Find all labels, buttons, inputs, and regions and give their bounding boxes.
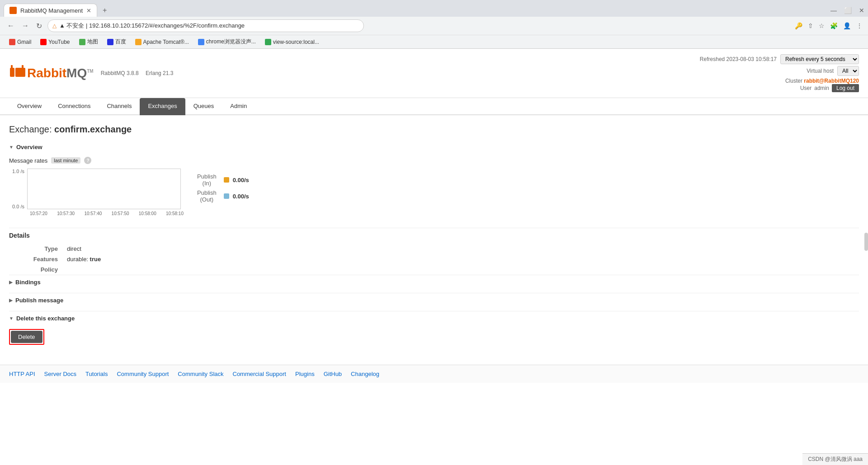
bookmark-chrome[interactable]: chrome浏览器没声... bbox=[194, 37, 259, 47]
overview-section: ▼ Overview Message rates last minute ? 1… bbox=[9, 142, 859, 221]
bookmark-source[interactable]: view-source:local... bbox=[261, 38, 323, 46]
delete-section: ▼ Delete this exchange Delete bbox=[9, 311, 859, 348]
delete-section-header[interactable]: ▼ Delete this exchange bbox=[9, 311, 859, 325]
address-input[interactable]: △ ▲ 不安全 | 192.168.10.120:15672/#/exchang… bbox=[47, 19, 364, 32]
footer-commercial-support[interactable]: Commercial Support bbox=[233, 371, 287, 377]
footer-server-docs[interactable]: Server Docs bbox=[44, 371, 77, 377]
forward-button[interactable]: → bbox=[20, 20, 31, 32]
details-title: Details bbox=[9, 228, 859, 239]
refresh-select[interactable]: Refresh every 5 seconds Refresh every 10… bbox=[780, 54, 859, 64]
address-text: ▲ 不安全 | 192.168.10.120:15672/#/exchanges… bbox=[59, 22, 245, 30]
footer-plugins[interactable]: Plugins bbox=[295, 371, 315, 377]
svg-rect-2 bbox=[15, 68, 25, 77]
footer-tutorials[interactable]: Tutorials bbox=[85, 371, 108, 377]
browser-action-icons: 🔑 ⇧ ☆ 🧩 👤 ⋮ bbox=[795, 22, 863, 29]
publish-out-color bbox=[224, 193, 229, 199]
nav-channels[interactable]: Channels bbox=[99, 98, 140, 115]
bookmark-baidu-label: 百度 bbox=[115, 38, 126, 46]
app-header: RabbitMQTM RabbitMQ 3.8.8 Erlang 21.3 Re… bbox=[0, 49, 868, 98]
close-icon[interactable]: ✕ bbox=[859, 7, 864, 14]
baidu-favicon bbox=[107, 39, 113, 45]
back-button[interactable]: ← bbox=[5, 20, 16, 32]
reload-button[interactable]: ↻ bbox=[34, 20, 44, 32]
chart-area: 1.0 /s 0.0 /s 10:57:20 10:57:30 10:57:40 bbox=[9, 169, 859, 216]
version-info: RabbitMQ 3.8.8 Erlang 21.3 bbox=[101, 70, 179, 76]
publish-message-header[interactable]: ▶ Publish message bbox=[9, 293, 859, 307]
logo-mq-text: MQ bbox=[66, 66, 87, 80]
publish-in-color bbox=[224, 177, 229, 183]
svg-rect-1 bbox=[11, 65, 13, 70]
logo-text: RabbitMQTM bbox=[27, 66, 94, 80]
bookmark-tomcat[interactable]: Apache Tomcat®... bbox=[132, 38, 193, 46]
chrome-favicon bbox=[198, 39, 204, 45]
nav-admin[interactable]: Admin bbox=[222, 98, 255, 115]
bookmark-gmail[interactable]: Gmail bbox=[5, 38, 35, 46]
main-nav: Overview Connections Channels Exchanges … bbox=[0, 98, 868, 115]
chart-box bbox=[27, 169, 181, 209]
nav-overview[interactable]: Overview bbox=[9, 98, 50, 115]
logout-button[interactable]: Log out bbox=[832, 84, 859, 92]
extensions-icon[interactable]: 🧩 bbox=[830, 22, 838, 29]
star-icon[interactable]: ☆ bbox=[819, 22, 825, 29]
bookmark-maps[interactable]: 地图 bbox=[75, 37, 102, 47]
tab-close-button[interactable]: ✕ bbox=[86, 7, 91, 14]
overview-toggle-icon: ▼ bbox=[9, 145, 14, 150]
browser-chrome: RabbitMQ Management ✕ + — ⬜ ✕ ← → ↻ △ ▲ … bbox=[0, 0, 868, 49]
policy-label: Policy bbox=[9, 264, 63, 275]
overview-section-header[interactable]: ▼ Overview bbox=[9, 142, 859, 152]
delete-toggle-icon: ▼ bbox=[9, 316, 14, 321]
user-label: User bbox=[800, 85, 811, 91]
publish-out-label: Publish bbox=[197, 189, 217, 196]
nav-queues[interactable]: Queues bbox=[185, 98, 222, 115]
footer-github[interactable]: GitHub bbox=[324, 371, 342, 377]
details-policy-row: Policy bbox=[9, 264, 859, 275]
delete-button[interactable]: Delete bbox=[11, 331, 42, 343]
footer-http-api[interactable]: HTTP API bbox=[9, 371, 35, 377]
bindings-section: ▶ Bindings bbox=[9, 275, 859, 289]
footer: HTTP API Server Docs Tutorials Community… bbox=[0, 365, 868, 383]
header-right: Refreshed 2023-08-03 10:58:17 Refresh ev… bbox=[700, 54, 859, 92]
logo-rabbit-text: Rabbit bbox=[27, 66, 66, 80]
scrollbar-indicator[interactable] bbox=[864, 233, 868, 251]
youtube-favicon bbox=[40, 39, 47, 45]
x-label-2: 10:57:30 bbox=[57, 211, 75, 216]
message-rates-header: Message rates last minute ? bbox=[9, 157, 859, 164]
share-icon[interactable]: ⇧ bbox=[808, 22, 813, 29]
bookmark-baidu[interactable]: 百度 bbox=[104, 37, 130, 47]
bindings-header[interactable]: ▶ Bindings bbox=[9, 275, 859, 289]
type-value: direct bbox=[63, 244, 859, 254]
publish-in-sublabel: (In) bbox=[203, 180, 212, 187]
footer-community-support[interactable]: Community Support bbox=[117, 371, 169, 377]
footer-changelog[interactable]: Changelog bbox=[351, 371, 379, 377]
publish-message-section: ▶ Publish message bbox=[9, 293, 859, 307]
virtual-host-select[interactable]: All / bbox=[837, 66, 859, 76]
chart-x-labels: 10:57:20 10:57:30 10:57:40 10:57:50 10:5… bbox=[30, 211, 184, 216]
features-value: durable: true bbox=[63, 254, 859, 264]
footer-community-slack[interactable]: Community Slack bbox=[178, 371, 223, 377]
cluster-name: rabbit@RabbitMQ120 bbox=[804, 78, 859, 84]
maximize-icon[interactable]: ⬜ bbox=[844, 7, 852, 14]
time-range-badge: last minute bbox=[51, 157, 80, 164]
active-tab[interactable]: RabbitMQ Management ✕ bbox=[4, 4, 97, 17]
help-icon[interactable]: ? bbox=[84, 157, 91, 164]
nav-connections[interactable]: Connections bbox=[50, 98, 99, 115]
nav-exchanges[interactable]: Exchanges bbox=[140, 98, 185, 115]
exchange-name: confirm.exchange bbox=[54, 124, 132, 134]
gmail-favicon bbox=[9, 39, 15, 45]
refresh-row: Refreshed 2023-08-03 10:58:17 Refresh ev… bbox=[700, 54, 859, 64]
chart-container: 1.0 /s 0.0 /s 10:57:20 10:57:30 10:57:40 bbox=[9, 169, 184, 216]
policy-value bbox=[63, 264, 859, 275]
rabbitmq-version: RabbitMQ 3.8.8 bbox=[101, 70, 139, 76]
delete-body: Delete bbox=[9, 325, 859, 348]
new-tab-button[interactable]: + bbox=[99, 5, 110, 16]
x-label-3: 10:57:40 bbox=[84, 211, 102, 216]
bookmark-youtube[interactable]: YouTube bbox=[37, 38, 73, 46]
x-label-1: 10:57:20 bbox=[30, 211, 47, 216]
bookmark-tomcat-label: Apache Tomcat®... bbox=[143, 39, 189, 45]
menu-icon[interactable]: ⋮ bbox=[856, 22, 863, 29]
key-icon[interactable]: 🔑 bbox=[795, 22, 802, 29]
bookmark-source-label: view-source:local... bbox=[273, 39, 319, 45]
erlang-version: Erlang 21.3 bbox=[146, 70, 173, 76]
minimize-icon[interactable]: — bbox=[830, 7, 837, 14]
profile-icon[interactable]: 👤 bbox=[843, 22, 851, 29]
